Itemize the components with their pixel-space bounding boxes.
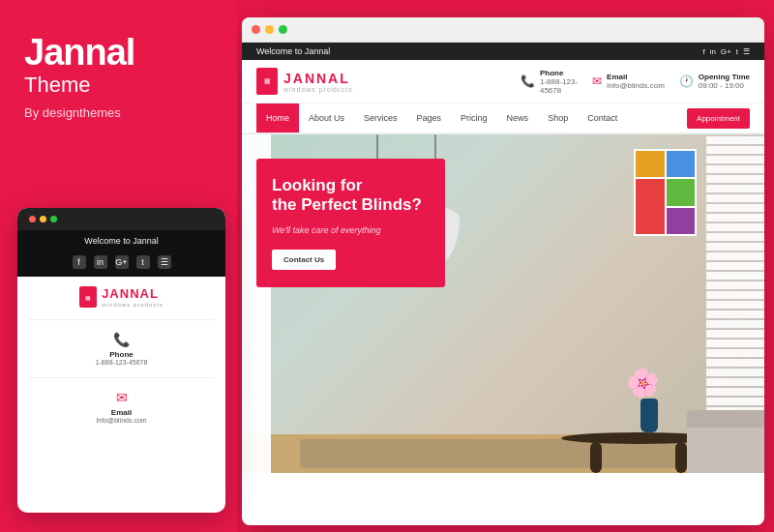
mobile-logo-name: JANNAL <box>102 286 164 301</box>
mobile-email-value: Info@blinds.com <box>96 417 146 424</box>
contact-us-button[interactable]: Contact Us <box>272 250 336 270</box>
mobile-logo-tagline: windows products <box>102 302 164 308</box>
website-social-icons: f in G+ t ☰ <box>702 47 750 56</box>
googleplus-icon: G+ <box>115 255 129 269</box>
sofa-back <box>687 410 764 428</box>
mobile-phone-value: 1-888-123-45678 <box>96 359 148 366</box>
header-phone-label: Phone <box>540 69 578 77</box>
linkedin-icon: in <box>94 255 107 269</box>
facebook-icon: f <box>73 255 86 269</box>
website-top-bar: Welcome to Jannal f in G+ t ☰ <box>242 43 764 60</box>
browser-chrome <box>242 17 764 43</box>
website-nav: Home About Us Services Pages Pricing New… <box>242 103 764 134</box>
nav-item-pricing[interactable]: Pricing <box>451 103 497 133</box>
mobile-welcome-text: Welcome to Jannal <box>29 236 214 246</box>
nav-item-pages[interactable]: Pages <box>407 103 452 133</box>
mobile-logo-section: ▦ JANNAL windows products <box>17 277 225 313</box>
slider-dot-2[interactable] <box>250 306 254 310</box>
instagram-icon: ☰ <box>158 255 171 269</box>
appointment-button[interactable]: Appointment <box>687 108 750 129</box>
nav-item-about[interactable]: About Us <box>299 103 354 133</box>
header-opening-item: 🕐 Opening Time 09:00 - 19:00 <box>679 69 750 95</box>
hero-heading-line2: the Perfect Blinds? <box>272 195 422 214</box>
header-email-text: Email Info@blinds.com <box>607 73 665 90</box>
header-phone-item: 📞 Phone 1-888-123-45678 <box>521 69 578 95</box>
slider-dots <box>250 297 254 310</box>
browser-dot-red <box>252 25 260 34</box>
brand-title: Jannal <box>24 34 213 71</box>
painting-cell-blue <box>667 151 696 177</box>
header-opening-text: Opening Time 09:00 - 19:00 <box>699 73 750 90</box>
table-leg-left <box>590 442 602 473</box>
hero-heading-line1: Looking for <box>272 176 362 194</box>
brand-subtitle: Theme <box>24 73 213 98</box>
tw-icon: t <box>736 47 738 56</box>
mobile-phone-item: 📞 Phone 1-888-123-45678 <box>17 326 225 371</box>
mobile-dot-red <box>29 216 36 222</box>
website-logo: ▦ JANNAL windows products <box>256 68 353 95</box>
vase-flower: 🌸 <box>623 364 662 401</box>
mobile-logo-row: ▦ JANNAL windows products <box>79 286 164 308</box>
nav-item-home[interactable]: Home <box>256 103 299 133</box>
nav-item-news[interactable]: News <box>497 103 539 133</box>
header-email-item: ✉ Email Info@blinds.com <box>592 69 665 95</box>
header-phone-icon: 📞 <box>521 74 535 88</box>
website-logo-name: JANNAL <box>283 71 353 86</box>
twitter-icon: t <box>136 255 150 269</box>
website-hero: 🌸 Looking for the Perfect Blinds? We'll … <box>242 134 764 473</box>
mobile-chrome-bar <box>17 208 225 230</box>
browser-window: Welcome to Jannal f in G+ t ☰ ▦ JANNAL w… <box>242 17 764 525</box>
painting-cell-green <box>667 179 696 205</box>
header-email-value: Info@blinds.com <box>607 81 665 90</box>
header-phone-text: Phone 1-888-123-45678 <box>540 69 578 95</box>
header-clock-icon: 🕐 <box>679 74 694 88</box>
li-icon: in <box>710 47 716 56</box>
mobile-email-item: ✉ Email Info@blinds.com <box>17 384 225 429</box>
header-phone-value: 1-888-123-45678 <box>540 77 578 95</box>
room-vase: 🌸 <box>640 399 658 432</box>
mobile-social-bar: f in G+ t ☰ <box>17 251 225 277</box>
website-logo-tag: windows products <box>283 86 353 93</box>
nav-item-contact[interactable]: Contact <box>578 103 627 133</box>
left-panel: Jannal Theme By designthemes Welcome to … <box>0 0 237 532</box>
room-sofa <box>687 425 764 473</box>
header-opening-value: 09:00 - 19:00 <box>699 81 750 90</box>
website-welcome-text: Welcome to Jannal <box>256 46 330 56</box>
painting-cell-red <box>636 179 665 234</box>
website-header: ▦ JANNAL windows products 📞 Phone 1-888-… <box>242 60 764 103</box>
nav-item-shop[interactable]: Shop <box>538 103 578 133</box>
fb-icon: f <box>702 47 704 56</box>
email-icon: ✉ <box>116 390 128 405</box>
vase-body <box>640 399 658 432</box>
header-opening-label: Opening Time <box>699 73 750 81</box>
painting-cell-purple <box>667 208 696 234</box>
mobile-logo-icon: ▦ <box>79 286 97 308</box>
painting-cell-orange <box>636 151 665 177</box>
slider-dot-1[interactable] <box>250 297 254 302</box>
ig-icon: ☰ <box>743 47 750 56</box>
hero-overlay-card: Looking for the Perfect Blinds? We'll ta… <box>256 159 445 287</box>
hero-subtext: We'll take care of everything <box>272 225 430 235</box>
room-painting <box>634 149 697 236</box>
mobile-divider-2 <box>29 377 214 378</box>
mobile-dot-yellow <box>40 216 46 222</box>
gp-icon: G+ <box>721 47 731 56</box>
brand-by: By designthemes <box>24 105 213 120</box>
mobile-window-dots <box>29 216 57 222</box>
header-email-label: Email <box>607 73 665 81</box>
website-header-contacts: 📞 Phone 1-888-123-45678 ✉ Email Info@bli… <box>521 69 750 95</box>
mobile-email-label: Email <box>111 408 132 417</box>
mobile-nav-bar: Welcome to Jannal <box>17 230 225 251</box>
mobile-preview-card: Welcome to Jannal f in G+ t ☰ ▦ JANNAL w… <box>17 208 225 513</box>
header-email-icon: ✉ <box>592 74 602 88</box>
website-logo-icon: ▦ <box>256 68 278 95</box>
mobile-divider-1 <box>29 319 214 320</box>
website-logo-info: JANNAL windows products <box>283 71 353 93</box>
table-leg-right <box>675 442 687 473</box>
mobile-dot-green <box>50 216 57 222</box>
hero-heading: Looking for the Perfect Blinds? <box>272 176 430 216</box>
mobile-phone-label: Phone <box>109 350 133 359</box>
nav-item-services[interactable]: Services <box>354 103 407 133</box>
browser-dot-green <box>279 25 287 34</box>
phone-icon: 📞 <box>113 332 130 347</box>
